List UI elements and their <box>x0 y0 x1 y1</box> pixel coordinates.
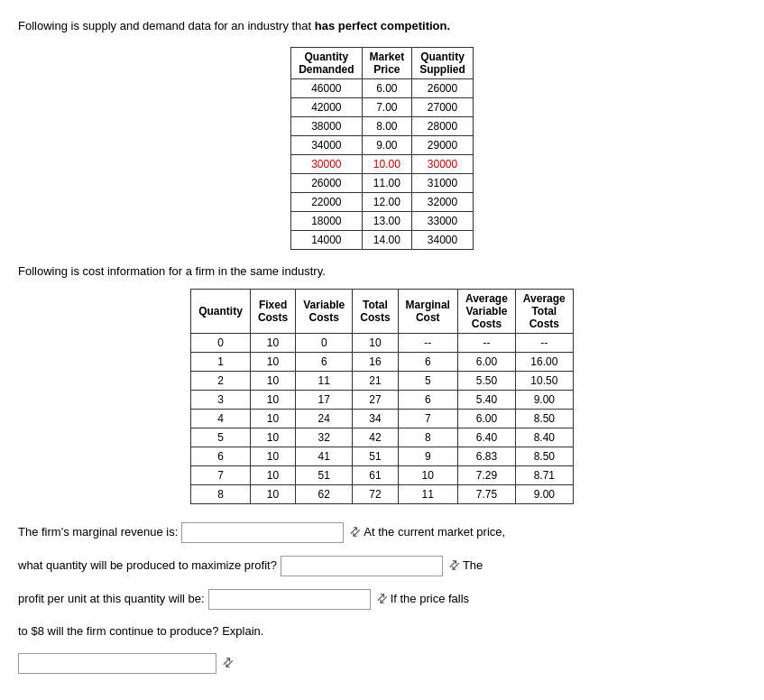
table-cell: 10 <box>353 334 398 353</box>
table-cell: 27 <box>353 391 398 410</box>
table-row: 11061666.0016.00 <box>191 353 574 372</box>
form-row-2: what quantity will be produced to maximi… <box>18 552 746 580</box>
table-cell: 10 <box>250 391 295 410</box>
table-cell: 10 <box>398 466 457 485</box>
table-cell: 24 <box>296 410 353 428</box>
table-row: 310172765.409.00 <box>191 391 574 410</box>
table-cell: 5 <box>398 372 457 391</box>
label-continue-produce: to $8 will the firm continue to produce?… <box>18 619 263 645</box>
table-cell: 10 <box>250 428 295 447</box>
col-header-fixed-costs: FixedCosts <box>250 290 295 334</box>
table-cell: 30000 <box>412 155 474 174</box>
table-cell: 10 <box>250 372 295 391</box>
table-cell: 28000 <box>412 117 474 136</box>
table-cell: 5.50 <box>457 372 515 391</box>
table-cell: 21 <box>353 372 398 391</box>
col-header-market-price: MarketPrice <box>362 48 412 79</box>
table-cell: 32000 <box>412 193 474 212</box>
label-profit-per-unit: profit per unit at this quantity will be… <box>18 586 205 612</box>
table-cell: 51 <box>353 447 398 466</box>
table-cell: 11 <box>296 372 353 391</box>
table-cell: 16.00 <box>515 353 573 372</box>
supply-demand-section: QuantityDemanded MarketPrice QuantitySup… <box>18 47 746 250</box>
table-cell: 5.40 <box>457 391 515 410</box>
cost-table: Quantity FixedCosts VariableCosts TotalC… <box>190 289 574 504</box>
table-cell: 8.40 <box>515 428 573 447</box>
table-cell: 42000 <box>291 98 362 117</box>
table-cell: 33000 <box>412 212 474 231</box>
table-cell: 6.00 <box>457 410 515 428</box>
cost-info-label: Following is cost information for a firm… <box>18 264 746 278</box>
col-header-quantity: Quantity <box>191 290 251 334</box>
label-price-falls: If the price falls <box>391 586 469 612</box>
input-quantity-profit[interactable] <box>281 556 443 576</box>
table-cell: 6 <box>296 353 353 372</box>
table-cell: 8.50 <box>515 410 573 428</box>
table-row: 8106272117.759.00 <box>191 485 574 504</box>
input-profit-per-unit[interactable] <box>208 589 371 610</box>
table-cell: 11 <box>398 485 457 504</box>
table-cell: 3 <box>191 391 251 410</box>
table-row: 610415196.838.50 <box>191 447 574 466</box>
input-explain[interactable] <box>18 653 216 674</box>
table-cell: 13.00 <box>362 212 412 231</box>
table-cell: 62 <box>296 485 353 504</box>
table-cell: -- <box>398 334 457 353</box>
table-cell: 6 <box>191 447 251 466</box>
table-cell: 9.00 <box>515 391 573 410</box>
table-cell: 9 <box>398 447 457 466</box>
intro-text-bold: has perfect competition. <box>315 19 450 32</box>
table-cell: 27000 <box>412 98 474 117</box>
cost-section: Quantity FixedCosts VariableCosts TotalC… <box>18 289 746 504</box>
table-cell: 29000 <box>412 136 474 155</box>
table-cell: 4 <box>191 410 251 428</box>
col-header-avg-variable: AverageVariableCosts <box>457 290 515 334</box>
form-row-1: The firm's marginal revenue is: ⇅ At the… <box>18 519 746 547</box>
table-cell: 18000 <box>291 212 362 231</box>
arrow-icon-4[interactable]: ⇅ <box>214 649 241 677</box>
table-cell: 26000 <box>291 174 362 193</box>
table-cell: 34000 <box>291 136 362 155</box>
form-row-4: to $8 will the firm continue to produce?… <box>18 619 746 645</box>
label-the: The <box>463 553 483 579</box>
table-cell: -- <box>515 334 573 353</box>
table-row: 7105161107.298.71 <box>191 466 574 485</box>
table-cell: 0 <box>191 334 251 353</box>
table-cell: 14.00 <box>362 231 412 250</box>
table-cell: 61 <box>353 466 398 485</box>
form-row-5: ⇅ <box>18 649 746 677</box>
table-cell: 32 <box>296 428 353 447</box>
col-header-avg-total: AverageTotalCosts <box>515 290 573 334</box>
table-cell: 7.29 <box>457 466 515 485</box>
table-cell: 9.00 <box>362 136 412 155</box>
table-cell: 30000 <box>291 155 362 174</box>
table-row: 510324286.408.40 <box>191 428 574 447</box>
table-cell: 6.40 <box>457 428 515 447</box>
table-cell: 10 <box>250 334 295 353</box>
col-header-qty-supplied: QuantitySupplied <box>412 48 474 79</box>
col-header-variable-costs: VariableCosts <box>296 290 353 334</box>
table-cell: 10 <box>250 353 295 372</box>
table-cell: 0 <box>296 334 353 353</box>
label-maximize-profit: what quantity will be produced to maximi… <box>18 553 277 579</box>
table-cell: 51 <box>296 466 353 485</box>
form-section: The firm's marginal revenue is: ⇅ At the… <box>18 519 746 677</box>
supply-demand-table: QuantityDemanded MarketPrice QuantitySup… <box>290 47 474 250</box>
table-cell: 10 <box>250 485 295 504</box>
table-cell: 2 <box>191 372 251 391</box>
table-cell: 72 <box>353 485 398 504</box>
table-row: 410243476.008.50 <box>191 410 574 428</box>
col-header-marginal-cost: MarginalCost <box>398 290 457 334</box>
table-cell: 8 <box>398 428 457 447</box>
input-marginal-revenue[interactable] <box>181 522 344 543</box>
table-cell: 16 <box>353 353 398 372</box>
table-cell: 14000 <box>291 231 362 250</box>
form-row-3: profit per unit at this quantity will be… <box>18 585 746 613</box>
table-cell: 12.00 <box>362 193 412 212</box>
table-cell: 8.71 <box>515 466 573 485</box>
table-cell: 6.83 <box>457 447 515 466</box>
label-marginal-revenue: The firm's marginal revenue is: <box>18 520 178 546</box>
table-cell: 10.50 <box>515 372 573 391</box>
table-cell: 7.00 <box>362 98 412 117</box>
table-cell: 10.00 <box>362 155 412 174</box>
